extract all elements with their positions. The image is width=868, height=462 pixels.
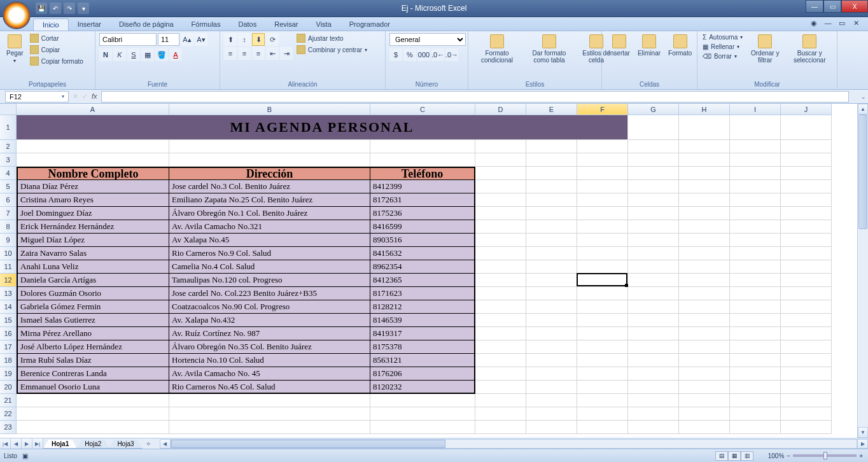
fx-icon[interactable]: fx [92,92,97,101]
cell[interactable] [577,367,628,381]
cell[interactable] [526,381,577,394]
cell[interactable] [370,140,475,153]
data-cell[interactable]: Av. Avila Camacho No.321 [169,220,370,234]
data-cell[interactable]: 8416599 [370,220,475,234]
title-cell[interactable]: MI AGENDA PERSONAL [17,115,628,140]
data-cell[interactable]: 8171623 [370,287,475,300]
align-center-icon[interactable]: ≡ [238,47,251,60]
cell[interactable] [526,220,577,234]
cell[interactable] [577,153,628,167]
row-header-8[interactable]: 8 [0,220,17,234]
redo-icon[interactable]: ↷ [64,3,75,14]
cell[interactable] [730,115,781,140]
expand-formula-bar-icon[interactable]: ⌄ [859,94,868,100]
cell[interactable] [577,354,628,367]
undo-icon[interactable]: ↶ [50,3,61,14]
last-sheet-icon[interactable]: ▶| [32,438,43,449]
cell[interactable] [679,327,730,340]
data-cell[interactable]: Erick Hernández Hernández [17,220,169,234]
cell[interactable] [169,421,370,434]
row-header-16[interactable]: 16 [0,327,17,340]
ribbon-tab-revisar[interactable]: Revisar [265,18,307,31]
zoom-level[interactable]: 100% [768,452,785,459]
scroll-right-icon[interactable]: ▶ [857,439,868,449]
cell[interactable] [730,167,781,180]
cell[interactable] [526,287,577,300]
align-bottom-icon[interactable]: ⬇ [252,33,265,46]
save-icon[interactable]: 💾 [36,3,47,14]
cell[interactable] [577,314,628,327]
row-header-17[interactable]: 17 [0,340,17,354]
cell[interactable] [475,327,526,340]
data-cell[interactable]: Gabriela Gómez Fermin [17,300,169,314]
cell[interactable] [475,153,526,167]
cell[interactable] [526,300,577,314]
cell[interactable] [679,354,730,367]
cell[interactable] [577,287,628,300]
col-header-G[interactable]: G [628,104,679,115]
cell[interactable] [577,381,628,394]
cell[interactable] [730,153,781,167]
cell[interactable] [730,274,781,287]
help-icon[interactable]: ◉ [809,18,818,27]
number-format-select[interactable]: General [389,33,466,46]
cell[interactable] [475,340,526,354]
cell[interactable] [781,234,832,247]
cell[interactable] [781,381,832,394]
cell[interactable] [679,394,730,407]
cell[interactable] [781,247,832,260]
cancel-formula-icon[interactable]: ✕ [73,92,78,101]
cell[interactable] [526,407,577,421]
cell[interactable] [526,180,577,193]
cell[interactable] [628,220,679,234]
align-middle-icon[interactable]: ↕ [238,33,251,46]
data-cell[interactable]: Ismael Salas Gutierrez [17,314,169,327]
cell[interactable] [577,180,628,193]
data-cell[interactable]: Daniela García Artígas [17,274,169,287]
data-cell[interactable]: Berenice Contreras Landa [17,367,169,381]
data-cell[interactable]: 8419317 [370,327,475,340]
data-cell[interactable]: 8172631 [370,193,475,207]
cell[interactable] [628,314,679,327]
cell[interactable] [577,193,628,207]
data-cell[interactable]: Irma Rubí Salas Díaz [17,354,169,367]
cell[interactable] [526,207,577,220]
row-header-7[interactable]: 7 [0,207,17,220]
row-header-12[interactable]: 12 [0,274,17,287]
ribbon-tab-vista[interactable]: Vista [307,18,340,31]
font-size-select[interactable] [158,33,179,46]
sort-filter-button[interactable]: Ordenar y filtrar [746,33,783,65]
cell[interactable] [526,367,577,381]
row-header-9[interactable]: 9 [0,234,17,247]
cell[interactable] [169,407,370,421]
cell[interactable] [730,314,781,327]
minimize-ribbon-icon[interactable]: — [823,18,832,27]
sheet-tab-hoja1[interactable]: Hoja1 [43,440,77,449]
cell[interactable] [526,247,577,260]
cell[interactable] [628,274,679,287]
row-header-21[interactable]: 21 [0,394,17,407]
data-cell[interactable]: 8903516 [370,234,475,247]
cell[interactable] [17,153,169,167]
cell[interactable] [370,394,475,407]
bold-button[interactable]: N [99,48,112,61]
header-cell[interactable]: Teléfono [370,167,475,180]
cell[interactable] [628,421,679,434]
cell[interactable] [781,340,832,354]
conditional-format-button[interactable]: Formato condicional [472,33,522,65]
data-cell[interactable]: Av. Avila Camacho No. 45 [169,367,370,381]
data-cell[interactable]: 8415632 [370,247,475,260]
zoom-in-icon[interactable]: + [859,452,863,459]
row-header-23[interactable]: 23 [0,421,17,434]
cell[interactable] [628,115,679,140]
cell[interactable] [526,274,577,287]
data-cell[interactable]: 8120232 [370,381,475,394]
cell[interactable] [526,193,577,207]
cell[interactable] [781,287,832,300]
cell[interactable] [781,115,832,140]
cell[interactable] [526,327,577,340]
cell[interactable] [730,381,781,394]
cell[interactable] [370,153,475,167]
cell[interactable] [730,220,781,234]
cell[interactable] [628,167,679,180]
